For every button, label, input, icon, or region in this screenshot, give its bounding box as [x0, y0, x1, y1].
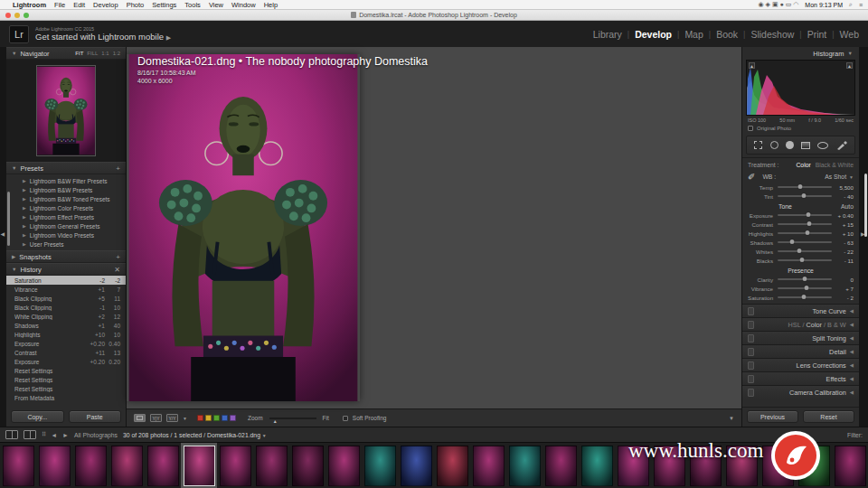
view-mode-dropdown-icon[interactable]: ▼	[183, 416, 187, 421]
slider-track[interactable]	[778, 296, 832, 298]
module-library[interactable]: Library	[593, 29, 622, 40]
presets-header[interactable]: ▼ Presets +	[6, 162, 126, 174]
menu-photo[interactable]: Photo	[127, 1, 145, 9]
filmstrip-thumbnail[interactable]	[36, 443, 72, 488]
section-detail[interactable]: Detail◀	[742, 344, 859, 358]
history-item[interactable]: Reset Settings	[6, 384, 126, 393]
slider-knob[interactable]	[803, 277, 807, 281]
filmstrip-thumbnail[interactable]	[72, 443, 108, 488]
toolbar-options-icon[interactable]: ▼	[729, 416, 734, 421]
wb-eyedropper-icon[interactable]: ✐	[748, 172, 755, 182]
slider-track[interactable]	[778, 278, 832, 280]
filter-label[interactable]: Filter:	[847, 432, 863, 438]
filmstrip-thumbnail[interactable]	[506, 443, 542, 488]
slider-track[interactable]	[778, 250, 832, 252]
slider-track[interactable]	[778, 241, 832, 243]
graduated-filter-icon[interactable]	[801, 142, 810, 149]
color-label-swatch-2[interactable]	[213, 415, 220, 421]
red-eye-correction-icon[interactable]	[786, 141, 794, 149]
history-header[interactable]: ▼ History ✕	[6, 263, 126, 276]
preset-item[interactable]: ▶User Presets	[6, 239, 126, 249]
module-print[interactable]: Print	[807, 29, 827, 40]
slider-track[interactable]	[778, 259, 832, 261]
zoom-slider[interactable]: ▲	[269, 418, 316, 419]
panel-toggle-switch[interactable]	[748, 334, 754, 343]
filmstrip-thumbnail[interactable]	[181, 443, 217, 488]
original-photo-checkbox[interactable]	[748, 126, 753, 131]
slider-knob[interactable]	[804, 286, 808, 290]
slider-knob[interactable]	[806, 230, 810, 235]
history-item[interactable]: Highlights+1010	[6, 330, 126, 339]
spotlight-icon[interactable]: ⌕	[849, 1, 853, 8]
module-book[interactable]: Book	[716, 29, 738, 40]
filmstrip-thumbnail[interactable]	[145, 443, 181, 488]
module-develop[interactable]: Develop	[635, 29, 672, 40]
menu-help[interactable]: Help	[264, 1, 278, 9]
history-item[interactable]: Black Clipping-110	[6, 303, 126, 312]
bluetooth-icon[interactable]: ●	[779, 1, 783, 7]
preset-item[interactable]: ▶Lightroom B&W Filter Presets	[6, 176, 126, 185]
histogram-header[interactable]: Histogram ▼	[742, 47, 859, 60]
history-item[interactable]: From Metadata	[6, 393, 126, 402]
wifi-icon[interactable]: ◠	[793, 1, 798, 7]
history-item[interactable]: Exposure+0.200.40	[6, 339, 126, 348]
spot-removal-icon[interactable]	[770, 141, 778, 149]
loupe-view-icon[interactable]	[134, 414, 146, 422]
right-panel-collapse-strip[interactable]: ▶	[859, 47, 868, 427]
screen-record-icon[interactable]: ◉	[758, 1, 763, 7]
source-label[interactable]: All Photographs	[74, 432, 118, 438]
zoom-fit-label[interactable]: Fit	[323, 415, 329, 421]
lightroom-sync-icon[interactable]: ◈	[766, 1, 770, 7]
navigator-header[interactable]: ▼ Navigator FITFILL1:11:2	[6, 47, 126, 60]
filmstrip-thumbnail[interactable]	[434, 443, 470, 488]
color-label-swatch-4[interactable]	[230, 415, 236, 421]
right-panel-scrollbar[interactable]	[864, 174, 867, 237]
panel-toggle-switch[interactable]	[748, 348, 754, 356]
menu-file[interactable]: File	[54, 1, 65, 9]
nav-zoom-fit[interactable]: FIT	[75, 51, 83, 56]
slider-track[interactable]	[778, 195, 832, 197]
before-after-left-right-icon[interactable]: Y|Y	[150, 414, 162, 422]
second-window-icon[interactable]	[24, 430, 36, 439]
go-forward-icon[interactable]: ►	[62, 432, 69, 438]
create-snapshot-icon[interactable]: +	[116, 253, 120, 261]
slider-knob[interactable]	[807, 221, 811, 226]
history-item[interactable]: Reset Settings	[6, 366, 126, 375]
slider-track[interactable]	[778, 287, 832, 289]
filmstrip-thumbnail[interactable]	[542, 443, 579, 488]
slider-knob[interactable]	[806, 212, 810, 217]
preset-item[interactable]: ▶Lightroom Color Presets	[6, 203, 126, 212]
nav-zoom-fill[interactable]: FILL	[87, 51, 98, 56]
slider-knob[interactable]	[800, 258, 805, 262]
section-effects[interactable]: Effects◀	[742, 371, 859, 385]
slider-track[interactable]	[778, 223, 832, 225]
preset-item[interactable]: ▶Lightroom Video Presets	[6, 230, 126, 239]
left-panel-collapse-strip[interactable]: ◀	[0, 47, 6, 427]
panel-toggle-switch[interactable]	[748, 321, 754, 329]
highlight-clipping-icon[interactable]: ▲	[846, 62, 853, 69]
slider-knob[interactable]	[801, 295, 806, 299]
history-item[interactable]: Exposure+0.200.20	[6, 357, 126, 366]
history-item[interactable]: Contrast+1113	[6, 348, 126, 357]
slider-knob[interactable]	[798, 184, 803, 189]
crop-overlay-icon[interactable]	[754, 141, 762, 149]
panel-toggle-switch[interactable]	[748, 389, 754, 397]
section-split-toning[interactable]: Split Toning◀	[742, 331, 859, 344]
navigator-preview[interactable]	[6, 60, 126, 162]
preset-item[interactable]: ▶Lightroom General Presets	[6, 221, 126, 230]
menu-lightroom[interactable]: Lightroom	[13, 1, 46, 9]
preset-item[interactable]: ▶Lightroom B&W Toned Presets	[6, 194, 126, 203]
copy-button[interactable]: Copy...	[11, 410, 64, 423]
module-slideshow[interactable]: Slideshow	[750, 29, 794, 40]
radial-filter-icon[interactable]	[817, 142, 828, 149]
main-window-icon[interactable]	[5, 430, 18, 439]
create-preset-icon[interactable]: +	[116, 164, 120, 173]
history-item[interactable]: White Clipping+212	[6, 312, 126, 321]
filmstrip-thumbnail[interactable]	[108, 443, 145, 488]
section-lens-corrections[interactable]: Lens Corrections◀	[742, 358, 859, 371]
soft-proofing-checkbox[interactable]	[343, 416, 348, 421]
slider-track[interactable]	[778, 232, 832, 234]
module-map[interactable]: Map	[684, 29, 703, 40]
wb-dropdown-icon[interactable]: ▼	[849, 174, 854, 180]
filmstrip-thumbnail[interactable]	[0, 443, 36, 488]
